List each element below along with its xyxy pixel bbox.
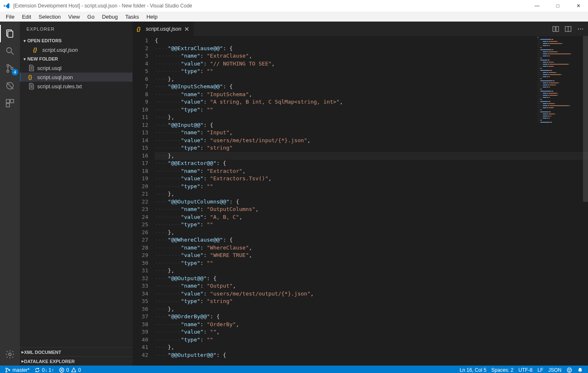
code-line[interactable]: ········"name": "WhereClause", [155, 244, 588, 252]
svg-point-38 [569, 369, 569, 370]
code-line[interactable]: ····"@@InputSchema@@": { [155, 83, 588, 91]
code-line[interactable]: ········"type": "" [155, 183, 588, 191]
line-number: 37 [133, 313, 148, 321]
code-line[interactable]: ····"@@Extractor@@": { [155, 160, 588, 167]
code-line[interactable]: ········"type": "string" [155, 144, 588, 152]
status-spaces[interactable]: Spaces: 2 [489, 367, 516, 373]
activity-search[interactable] [0, 42, 20, 60]
code-line[interactable]: ····"@@Input@@": { [155, 121, 588, 129]
activity-settings[interactable] [0, 346, 20, 363]
code-line[interactable]: ····"@@Output@@": { [155, 275, 588, 283]
open-editor-item[interactable]: {}script.usql.json [20, 45, 133, 54]
code-line[interactable]: ········"value": "users/me/test/input/{*… [155, 137, 588, 145]
code-line[interactable]: ····}, [155, 114, 588, 121]
svg-point-2 [7, 48, 12, 53]
svg-rect-25 [556, 27, 559, 31]
status-encoding[interactable]: UTF-8 [516, 367, 535, 373]
code-line[interactable]: ········"name": "ExtraClause", [155, 52, 588, 60]
line-number: 42 [133, 351, 148, 359]
status-feedback-icon[interactable] [564, 367, 575, 373]
code-line[interactable]: ····}, [155, 305, 588, 313]
code-line[interactable]: ········"value": "", [155, 328, 588, 336]
status-eol[interactable]: LF [535, 367, 546, 373]
maximize-icon[interactable]: □ [552, 3, 564, 9]
line-number: 19 [133, 175, 148, 183]
tab-script-usql-json[interactable]: {} script.usql.json [133, 22, 194, 36]
section-folder[interactable]: ▾ NEW FOLDER [20, 54, 133, 63]
section-xml-document[interactable]: ▸XML DOCUMENT [20, 347, 133, 356]
section-datalake-explorer[interactable]: ▸DATALAKE EXPLORER [20, 356, 133, 366]
code-line[interactable]: ········"value": "Extractors.Tsv()", [155, 175, 588, 183]
code-line[interactable]: ····"@@OrderBy@@": { [155, 313, 588, 321]
split-editor-icon[interactable] [565, 26, 571, 32]
close-tab-icon[interactable] [184, 26, 190, 32]
code-line[interactable]: ········"type": "" [155, 68, 588, 75]
editor-area: {} script.usql.json 12345678910111213141… [133, 22, 588, 366]
vertical-scrollbar[interactable] [583, 36, 588, 366]
code-line[interactable]: ····}, [155, 267, 588, 275]
menu-file[interactable]: File [2, 12, 18, 22]
code-line[interactable]: ····"@@WhereClause@@": { [155, 236, 588, 244]
code-line[interactable]: ········"name": "Input", [155, 129, 588, 137]
code-editor[interactable]: 1234567891011121314151617181920212223242… [133, 36, 588, 366]
code-line[interactable]: ········"value": "A string, B int, C Sql… [155, 98, 588, 106]
code-line[interactable]: ····}, [155, 75, 588, 83]
menu-edit[interactable]: Edit [18, 12, 35, 22]
sidebar-title: EXPLORER [20, 22, 133, 36]
menu-view[interactable]: View [65, 12, 84, 22]
code-line[interactable]: ····"@@Outputter@@": { [155, 351, 588, 359]
code-line[interactable]: ········"name": "InputSchema", [155, 91, 588, 99]
activity-scm[interactable]: 4 [0, 60, 20, 77]
code-line[interactable]: ········"value": "users/me/test/output/{… [155, 290, 588, 298]
status-sync[interactable]: 0↓ 1↑ [32, 366, 56, 373]
line-number: 17 [133, 160, 148, 167]
code-line[interactable]: ····"@@ExtraClause@@": { [155, 45, 588, 53]
code-line[interactable]: ····}, [155, 152, 588, 160]
compare-icon[interactable] [552, 26, 559, 32]
code-line[interactable]: ····}, [155, 190, 588, 198]
code-line[interactable]: ····}, [155, 229, 588, 237]
menu-debug[interactable]: Debug [98, 12, 121, 22]
code-line[interactable]: ········"type": "string" [155, 298, 588, 305]
code-line[interactable]: ········"value": "// NOTHING TO SEE", [155, 60, 588, 68]
menu-selection[interactable]: Selection [35, 12, 64, 22]
line-number: 21 [133, 190, 148, 198]
code-line[interactable]: ········"name": "Extractor", [155, 167, 588, 175]
status-problems[interactable]: 0 0 [56, 366, 83, 373]
code-line[interactable]: ········"name": "OutputColumns", [155, 206, 588, 213]
section-open-editors[interactable]: ▾ OPEN EDITORS [20, 36, 133, 45]
sync-label: 0↓ 1↑ [42, 367, 54, 373]
code-line[interactable]: ········"name": "OrderBy", [155, 321, 588, 329]
code-line[interactable]: ········"type": "" [155, 106, 588, 114]
menu-tasks[interactable]: Tasks [121, 12, 142, 22]
minimize-icon[interactable]: — [531, 3, 543, 9]
code-line[interactable]: ········"value": "A, B, C", [155, 213, 588, 221]
code-line[interactable]: ········"type": "" [155, 221, 588, 229]
line-number: 25 [133, 221, 148, 229]
file-item[interactable]: script.usql [20, 63, 133, 73]
menu-help[interactable]: Help [143, 12, 161, 22]
code-line[interactable]: ····"@@OutputColumns@@": { [155, 198, 588, 206]
code-line[interactable]: { [155, 37, 588, 45]
more-actions-icon[interactable] [577, 26, 584, 32]
file-item[interactable]: script.usql.rules.txt [20, 82, 133, 91]
close-icon[interactable]: ✕ [572, 3, 585, 9]
activity-debug[interactable] [0, 77, 20, 94]
code-line[interactable]: ········"type": "" [155, 259, 588, 267]
svg-rect-9 [6, 99, 10, 103]
svg-point-31 [6, 368, 7, 369]
activity-explorer[interactable] [0, 25, 20, 42]
code-line[interactable]: ········"name": "Output", [155, 282, 588, 290]
menu-go[interactable]: Go [84, 12, 98, 22]
code-line[interactable]: ········"value": "WHERE TRUE", [155, 252, 588, 259]
file-item[interactable]: {}script.usql.json [20, 73, 133, 82]
status-notifications-icon[interactable] [575, 367, 586, 373]
status-branch[interactable]: master* [2, 366, 32, 373]
activity-extensions[interactable] [0, 94, 20, 112]
scrollbar-thumb[interactable] [583, 36, 588, 202]
status-language[interactable]: JSON [546, 367, 564, 373]
code-line[interactable]: ········"type": "" [155, 336, 588, 344]
status-ln-col[interactable]: Ln 16, Col 5 [457, 367, 489, 373]
code-content[interactable]: {····"@@ExtraClause@@": {········"name":… [155, 36, 588, 366]
code-line[interactable]: ····}, [155, 344, 588, 351]
